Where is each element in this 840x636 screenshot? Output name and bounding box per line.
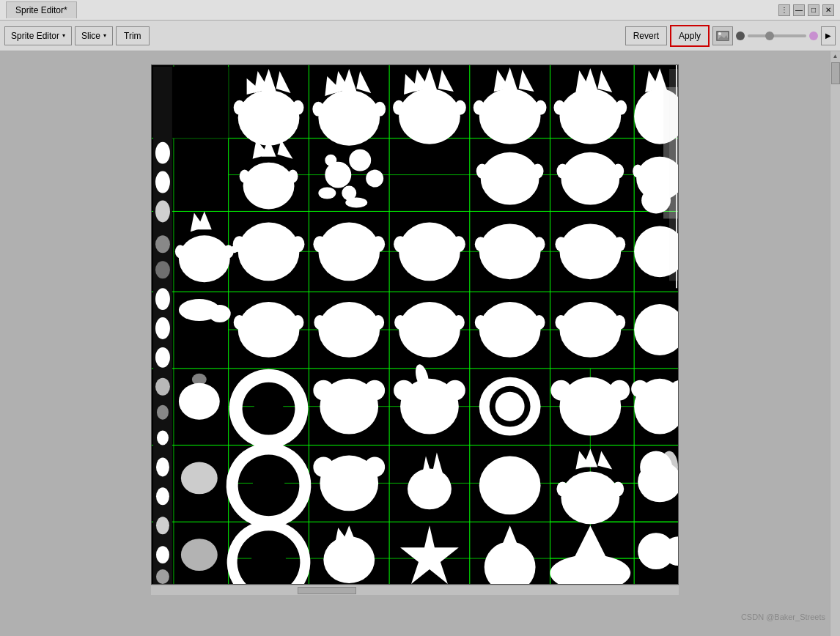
slice-dropdown[interactable]: Slice ▾ bbox=[75, 26, 113, 45]
svg-point-157 bbox=[495, 392, 525, 421]
svg-point-1 bbox=[718, 32, 721, 35]
svg-point-43 bbox=[156, 487, 169, 505]
svg-point-109 bbox=[175, 245, 185, 258]
svg-point-123 bbox=[559, 223, 621, 279]
svg-point-42 bbox=[156, 457, 169, 476]
trim-label: Trim bbox=[124, 31, 141, 41]
svg-point-71 bbox=[479, 89, 541, 144]
sprite-editor-dropdown[interactable]: Sprite Editor ▾ bbox=[4, 26, 72, 45]
svg-point-132 bbox=[318, 302, 380, 358]
svg-point-59 bbox=[312, 102, 324, 117]
scroll-up-arrow[interactable]: ▲ bbox=[833, 53, 839, 59]
svg-point-139 bbox=[475, 315, 487, 330]
apply-label: Apply bbox=[679, 31, 701, 41]
svg-point-73 bbox=[535, 100, 547, 115]
watermark: CSDN @Baker_Streets bbox=[741, 613, 825, 621]
svg-point-114 bbox=[318, 222, 380, 281]
svg-point-120 bbox=[479, 223, 541, 279]
zoom-track[interactable] bbox=[748, 34, 806, 37]
svg-point-141 bbox=[559, 302, 621, 358]
horizontal-scrollbar-thumb[interactable] bbox=[298, 587, 356, 594]
toolbar-end-icon: ▶ bbox=[825, 32, 831, 40]
svg-point-136 bbox=[394, 315, 406, 330]
svg-point-89 bbox=[287, 170, 298, 183]
svg-point-172 bbox=[479, 456, 541, 514]
svg-point-153 bbox=[445, 380, 465, 401]
maximize-icon: □ bbox=[811, 6, 816, 14]
svg-point-39 bbox=[155, 378, 170, 396]
vertical-scrollbar-thumb[interactable] bbox=[831, 62, 840, 84]
svg-point-167 bbox=[313, 456, 334, 477]
minimize-btn[interactable]: — bbox=[793, 4, 805, 16]
svg-point-92 bbox=[366, 170, 383, 188]
svg-point-87 bbox=[243, 163, 295, 210]
zoom-min-dot bbox=[736, 32, 745, 40]
svg-point-37 bbox=[155, 317, 170, 339]
svg-point-184 bbox=[181, 539, 218, 571]
svg-point-101 bbox=[556, 164, 568, 179]
apply-button[interactable]: Apply bbox=[670, 25, 710, 47]
trim-button[interactable]: Trim bbox=[116, 26, 150, 45]
minimize-icon: — bbox=[795, 6, 803, 14]
svg-point-162 bbox=[631, 380, 649, 398]
svg-point-135 bbox=[399, 302, 460, 358]
vertical-scrollbar[interactable]: ▲ bbox=[830, 51, 840, 636]
title-tab[interactable]: Sprite Editor* bbox=[6, 1, 77, 18]
svg-point-118 bbox=[394, 236, 407, 252]
svg-point-165 bbox=[253, 469, 285, 501]
sprite-canvas-svg bbox=[152, 65, 678, 584]
sprite-canvas-container[interactable] bbox=[151, 64, 679, 585]
svg-point-160 bbox=[609, 380, 630, 401]
dots-menu-btn[interactable]: ⋮ bbox=[778, 4, 790, 16]
dots-icon: ⋮ bbox=[781, 6, 788, 14]
close-icon: ✕ bbox=[825, 6, 831, 14]
svg-point-142 bbox=[555, 315, 567, 330]
svg-point-117 bbox=[399, 222, 460, 281]
svg-point-146 bbox=[179, 383, 220, 420]
title-bar-controls: ⋮ — □ ✕ bbox=[778, 4, 834, 16]
svg-point-111 bbox=[238, 222, 300, 281]
svg-point-159 bbox=[550, 380, 571, 401]
svg-point-105 bbox=[641, 188, 671, 214]
svg-point-78 bbox=[553, 100, 565, 115]
svg-point-128 bbox=[209, 305, 231, 322]
svg-point-72 bbox=[474, 100, 485, 115]
svg-point-168 bbox=[364, 456, 385, 477]
svg-point-104 bbox=[633, 165, 643, 178]
svg-point-79 bbox=[615, 100, 627, 115]
svg-point-138 bbox=[479, 302, 541, 358]
svg-point-133 bbox=[314, 315, 325, 330]
canvas-wrapper bbox=[0, 51, 830, 636]
svg-point-116 bbox=[372, 236, 385, 252]
image-button[interactable] bbox=[712, 26, 733, 45]
svg-point-66 bbox=[393, 100, 405, 115]
svg-point-137 bbox=[453, 315, 465, 330]
close-btn[interactable]: ✕ bbox=[822, 4, 834, 16]
svg-point-96 bbox=[325, 155, 336, 166]
svg-point-41 bbox=[157, 431, 169, 445]
svg-point-33 bbox=[155, 200, 170, 222]
svg-point-129 bbox=[238, 302, 300, 358]
horizontal-scrollbar[interactable] bbox=[151, 585, 679, 595]
svg-point-44 bbox=[156, 517, 169, 534]
svg-point-97 bbox=[481, 152, 539, 205]
svg-point-51 bbox=[238, 90, 300, 146]
svg-point-177 bbox=[556, 481, 568, 496]
svg-point-149 bbox=[313, 380, 334, 401]
zoom-slider-container bbox=[736, 32, 818, 40]
svg-point-140 bbox=[534, 315, 545, 330]
svg-point-77 bbox=[559, 89, 621, 144]
svg-point-46 bbox=[156, 569, 169, 584]
svg-point-58 bbox=[318, 90, 380, 146]
sprite-editor-arrow: ▾ bbox=[62, 32, 65, 39]
svg-point-134 bbox=[372, 315, 384, 330]
slice-label: Slice bbox=[81, 31, 100, 41]
svg-point-35 bbox=[155, 261, 170, 278]
svg-point-147 bbox=[254, 394, 284, 424]
zoom-thumb[interactable] bbox=[765, 32, 774, 40]
svg-point-32 bbox=[155, 171, 170, 193]
toolbar-end-button[interactable]: ▶ bbox=[821, 26, 836, 45]
revert-label: Revert bbox=[633, 31, 659, 41]
maximize-btn[interactable]: □ bbox=[808, 4, 819, 16]
revert-button[interactable]: Revert bbox=[625, 26, 667, 45]
